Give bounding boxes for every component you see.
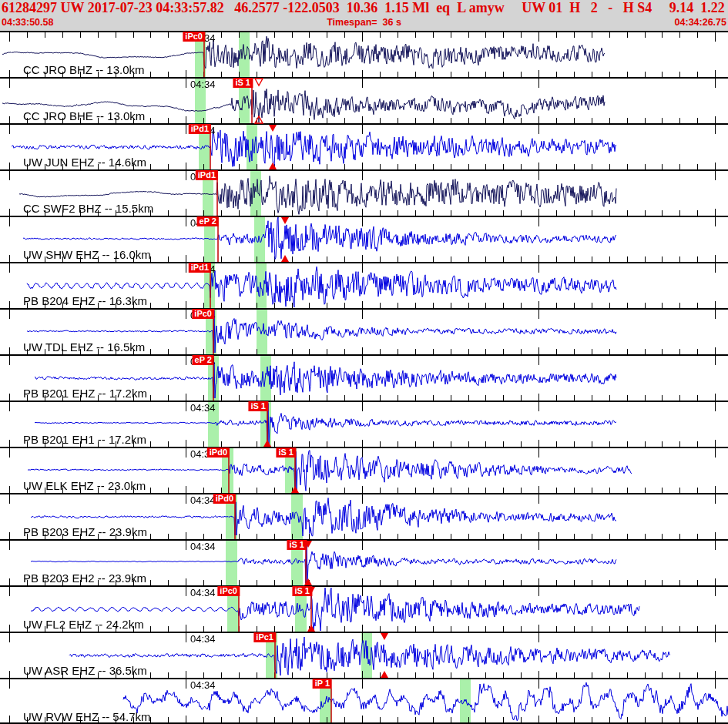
phase-pick-label[interactable]: iS 1 [233,78,253,88]
trace-row[interactable]: UW FL2 EHZ -- 24.2km04:34iPc0iS 1 [0,585,728,632]
phase-pick-label[interactable]: iPc0 [192,309,214,319]
station-label: UW JUN EHZ -- 14.6km [23,156,146,169]
event-summary: 61284297 UW 2017-07-23 04:33:57.82 46.25… [2,0,728,16]
station-label: UW FL2 EHZ -- 24.2km [23,618,144,631]
phase-pick-label[interactable]: iS 1 [248,401,268,411]
trace-row[interactable]: CC JRO BHZ -- 13.0km04:34iPc0 [0,31,728,77]
time-tick-label: 04:34 [190,541,216,552]
station-label: UW RVW EHZ -- 54.7km [23,710,151,723]
trace-row[interactable]: UW ASR EHZ -- 36.5km04:34iPc1 [0,632,728,678]
phase-pick-label[interactable]: iPc1 [253,632,276,642]
station-label: CC SWF2 BHZ -- 15.5km [23,202,153,215]
trace-row[interactable]: UW SHW EHZ -- 16.0km04:34eP 2 [0,216,728,262]
phase-pick-label[interactable]: eP 2 [193,355,214,365]
trace-row[interactable]: UW JUN EHZ -- 14.6km04:34iPd1 [0,123,728,169]
station-label: CC JRO BHE -- 13.0km [23,109,145,122]
time-tick-label: 04:34 [190,494,216,506]
trace-row[interactable]: PB B201 EHZ -- 17.2km04:34eP 2 [0,354,728,401]
station-label: UW ASR EHZ -- 36.5km [23,664,147,677]
phase-pick-label[interactable]: iPc0 [183,32,205,42]
station-label: PB B203 EHZ -- 23.9km [23,525,147,538]
station-label: PB B201 EH1 -- 17.2km [23,433,146,446]
trace-row[interactable]: CC SWF2 BHZ -- 15.5km04:34iPd1 [0,169,728,216]
trace-row[interactable]: PB B203 EHZ -- 23.9km04:34iPd0 [0,493,728,539]
timespan-label: Timespan= 36 s [0,17,728,28]
phase-pick-label[interactable]: iPc0 [217,586,240,596]
time-tick-label: 04:34 [190,587,216,598]
trace-row[interactable]: CC JRO BHE -- 13.0km04:34iS 1 [0,77,728,123]
phase-pick-label[interactable]: iPd0 [207,447,230,458]
station-label: PB B201 EHZ -- 17.2km [23,387,147,400]
trace-row[interactable]: UW RVW EHZ -- 54.7km04:34iP 1 [0,678,728,724]
phase-pick-label[interactable]: iPd0 [213,494,236,504]
phase-pick-label[interactable]: iS 1 [292,586,312,596]
time-tick-label: 04:34 [190,79,216,90]
time-tick-label: 04:34 [190,402,216,414]
phase-pick-label[interactable]: iS 1 [287,540,307,550]
trace-row[interactable]: PB B204 EHZ -- 16.3km04:34iPd1 [0,262,728,308]
phase-pick-label[interactable]: iP 1 [313,679,332,689]
phase-pick-label[interactable]: iPd1 [189,263,211,273]
trace-row[interactable]: PB B201 EH1 -- 17.2km04:34iS 1 [0,401,728,447]
window-end-time: 04:34:26.75 [675,17,726,28]
phase-pick-label[interactable]: eP 2 [197,216,219,226]
station-label: PB B204 EHZ -- 16.3km [23,294,147,307]
seismogram-viewer: 61284297 UW 2017-07-23 04:33:57.82 46.25… [0,0,728,724]
phase-pick-label[interactable]: iPd1 [189,124,211,134]
trace-row[interactable]: PB B203 EH2 -- 23.9km04:34iS 1 [0,539,728,585]
phase-pick-label[interactable]: iPd1 [196,170,218,180]
event-header-bar: 61284297 UW 2017-07-23 04:33:57.82 46.25… [0,0,728,31]
trace-row[interactable]: UW ELK EHZ -- 23.0km04:34iPd0iS 1 [0,447,728,493]
station-label: UW SHW EHZ -- 16.0km [23,248,151,261]
station-label: UW TDL EHZ -- 16.5km [23,340,145,354]
station-label: CC JRO BHZ -- 13.0km [23,63,145,76]
phase-pick-label[interactable]: iS 1 [276,447,296,458]
time-tick-label: 04:34 [190,679,216,691]
station-label: PB B203 EH2 -- 23.9km [23,571,146,585]
time-tick-label: 04:34 [190,633,216,645]
station-label: UW ELK EHZ -- 23.0km [23,479,146,492]
trace-row[interactable]: UW TDL EHZ -- 16.5km04:34iPc0 [0,308,728,354]
trace-area: CC JRO BHZ -- 13.0km04:34iPc0CC JRO BHE … [0,31,728,724]
